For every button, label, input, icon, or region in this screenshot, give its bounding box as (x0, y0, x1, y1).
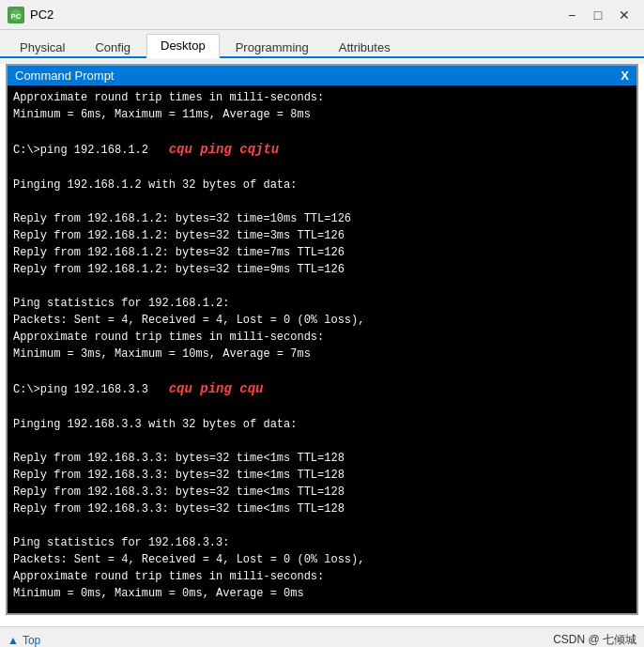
output-line: Approximate round trip times in milli-se… (13, 89, 631, 106)
output-line: Pinging 192.168.1.2 with 32 bytes of dat… (13, 177, 631, 193)
app-icon: PC (8, 7, 24, 23)
output-line (13, 160, 631, 177)
output-line (13, 433, 631, 450)
output-line: Reply from 192.168.1.2: bytes=32 time=10… (13, 210, 631, 227)
output-line: Reply from 192.168.1.2: bytes=32 time=9m… (13, 261, 631, 278)
output-line (13, 123, 631, 140)
cmd-close-button[interactable]: X (621, 69, 629, 83)
tab-config[interactable]: Config (81, 36, 145, 58)
maximize-button[interactable]: □ (586, 6, 610, 24)
cmd-titlebar: Command Prompt X (8, 66, 636, 85)
window-controls: − □ ✕ (560, 6, 636, 24)
output-line: Reply from 192.168.3.3: bytes=32 time<1m… (13, 484, 631, 501)
attribution-label: CSDN @ 七倾城 (553, 632, 636, 647)
output-line: Pinging 192.168.3.3 with 32 bytes of dat… (13, 416, 631, 433)
output-line (13, 278, 631, 295)
cmd-window-title: Command Prompt (15, 69, 114, 83)
output-line: Packets: Sent = 4, Received = 4, Lost = … (13, 551, 631, 568)
minimize-button[interactable]: − (560, 6, 584, 24)
annotation-ping-cqjtu: cqu ping cqjtu (169, 142, 280, 157)
output-line: Packets: Sent = 4, Received = 4, Lost = … (13, 312, 631, 329)
output-line: Minimum = 3ms, Maximum = 10ms, Average =… (13, 346, 631, 362)
output-line: Ping statistics for 192.168.1.2: (13, 295, 631, 312)
cmd-body[interactable]: Approximate round trip times in milli-se… (8, 85, 636, 613)
output-line: Minimum = 6ms, Maximum = 11ms, Average =… (13, 106, 631, 123)
status-bar: ▲ Top CSDN @ 七倾城 (0, 626, 644, 647)
output-line: C:\>ping 192.168.3.3 cqu ping cqu (13, 379, 631, 399)
tab-desktop[interactable]: Desktop (146, 34, 220, 58)
output-line: C:\>ping 192.168.1.2 cqu ping cqjtu (13, 140, 631, 160)
cmd-window: Command Prompt X Approximate round trip … (6, 64, 638, 615)
output-line: Approximate round trip times in milli-se… (13, 568, 631, 585)
output-line: Minimum = 0ms, Maximum = 0ms, Average = … (13, 585, 631, 602)
top-label: Top (23, 634, 40, 647)
output-line: Approximate round trip times in milli-se… (13, 329, 631, 346)
tab-physical[interactable]: Physical (6, 36, 79, 58)
output-line (13, 399, 631, 416)
output-line (13, 362, 631, 379)
output-line (13, 602, 631, 613)
output-line: Reply from 192.168.1.2: bytes=32 time=7m… (13, 244, 631, 261)
output-line (13, 193, 631, 210)
annotation-ping-cqu: cqu ping cqu (169, 381, 264, 396)
output-line: Reply from 192.168.3.3: bytes=32 time<1m… (13, 467, 631, 484)
close-button[interactable]: ✕ (612, 6, 636, 24)
output-line: Reply from 192.168.3.3: bytes=32 time<1m… (13, 450, 631, 467)
output-line: Reply from 192.168.1.2: bytes=32 time=3m… (13, 227, 631, 244)
output-line (13, 517, 631, 534)
top-arrow-icon: ▲ (8, 634, 19, 647)
tab-bar: Physical Config Desktop Programming Attr… (0, 30, 644, 58)
top-button[interactable]: ▲ Top (8, 634, 40, 647)
tab-attributes[interactable]: Attributes (325, 36, 405, 58)
tab-programming[interactable]: Programming (222, 36, 323, 58)
svg-text:PC: PC (10, 12, 21, 21)
output-line: Reply from 192.168.3.3: bytes=32 time<1m… (13, 501, 631, 517)
output-line: Ping statistics for 192.168.3.3: (13, 534, 631, 551)
main-content: Command Prompt X Approximate round trip … (0, 64, 644, 626)
window-title: PC2 (30, 8, 560, 22)
title-bar: PC PC2 − □ ✕ (0, 0, 644, 30)
